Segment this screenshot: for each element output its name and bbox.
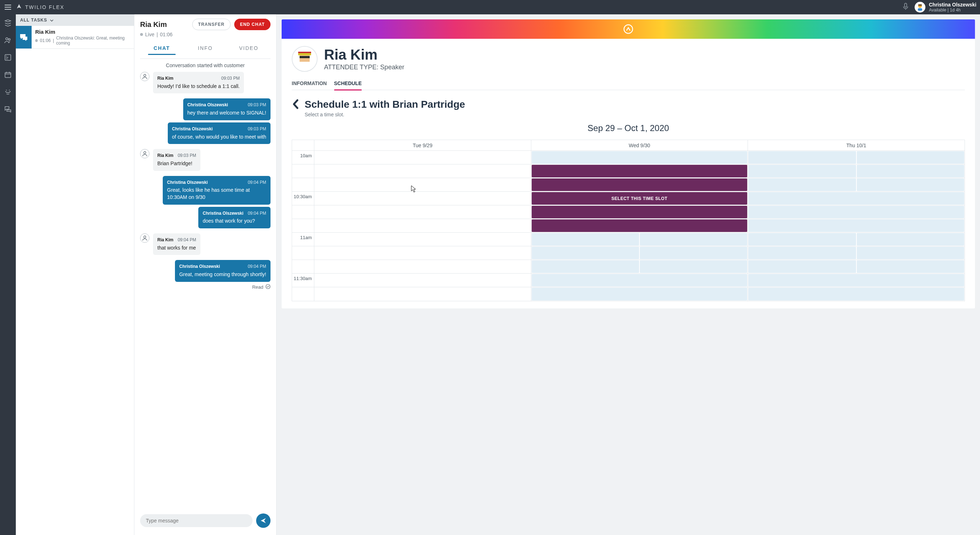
tasks-filter-label: ALL TASKS — [20, 17, 47, 22]
nav-dashboard-icon[interactable] — [3, 53, 12, 62]
transfer-button[interactable]: TRANSFER — [192, 19, 231, 30]
schedule-subtitle: Select a time slot. — [305, 112, 465, 117]
contact-avatar — [292, 46, 318, 72]
time-slot[interactable] — [532, 233, 748, 246]
time-slot[interactable] — [532, 287, 748, 300]
user-name: Christina Olszewski — [929, 2, 977, 8]
nav-people-icon[interactable] — [3, 36, 12, 44]
svg-rect-8 — [5, 73, 11, 78]
tab-chat[interactable]: CHAT — [140, 42, 184, 59]
user-chip[interactable]: Christina Olszewski Available | 1d 4h — [915, 2, 977, 13]
signal-icon — [622, 23, 634, 35]
time-label: 10:30am — [292, 192, 314, 205]
brand: TWILIO FLEX — [16, 3, 64, 11]
ctx-tab-information[interactable]: INFORMATION — [292, 78, 327, 90]
svg-point-11 — [144, 236, 146, 238]
status-dot — [140, 33, 143, 36]
time-slot-busy[interactable] — [532, 219, 748, 232]
task-preview: Christina Olszewski: Great, meeting comi… — [56, 35, 130, 46]
time-slot[interactable] — [532, 274, 748, 287]
brand-label: TWILIO FLEX — [25, 4, 64, 10]
time-label: 10am — [292, 151, 314, 164]
time-slot[interactable] — [532, 247, 748, 259]
user-icon — [140, 233, 150, 243]
chat-icon — [16, 26, 32, 48]
time-slot[interactable] — [748, 274, 964, 287]
mic-icon[interactable] — [902, 3, 909, 11]
svg-rect-4 — [918, 4, 922, 6]
time-label: 11:30am — [292, 274, 314, 287]
user-icon — [140, 72, 150, 81]
day-header: Wed 9/30 — [531, 140, 748, 151]
time-slot[interactable] — [532, 260, 748, 273]
day-header: Tue 9/29 — [314, 140, 531, 151]
tasks-column: ALL TASKS Ria Kim 01:06 | Christina Olsz… — [16, 14, 134, 535]
attendee-type: ATTENDEE TYPE: Speaker — [324, 64, 404, 71]
time-slot[interactable] — [748, 260, 964, 273]
time-slot[interactable] — [748, 287, 964, 300]
chat-column: Ria Kim TRANSFER END CHAT Live | 01:06 C… — [134, 14, 277, 535]
tab-info[interactable]: INFO — [184, 42, 227, 59]
chat-duration: 01:06 — [160, 32, 172, 37]
nav-queues-icon[interactable] — [3, 19, 12, 27]
date-range: Sep 29 – Oct 1, 2020 — [292, 123, 965, 133]
task-item[interactable]: Ria Kim 01:06 | Christina Olszewski: Gre… — [16, 26, 134, 49]
message-in: Ria Kim09:04 PMthat works for me — [140, 233, 270, 255]
brand-icon — [16, 3, 22, 11]
topbar: TWILIO FLEX Christina Olszewski Availabl… — [0, 0, 980, 14]
svg-point-12 — [266, 284, 270, 289]
time-slot[interactable] — [532, 151, 748, 164]
time-slot-busy[interactable] — [532, 206, 748, 218]
ctx-tab-schedule[interactable]: SCHEDULE — [334, 78, 362, 90]
task-title: Ria Kim — [35, 29, 130, 35]
calendar-grid: Tue 9/29 Wed 9/30 Thu 10/1 10am — [292, 140, 965, 301]
chevron-down-icon — [47, 17, 54, 22]
chat-title: Ria Kim — [140, 21, 167, 29]
time-slot[interactable] — [748, 233, 964, 246]
tab-video[interactable]: VIDEO — [227, 42, 270, 59]
tasks-filter[interactable]: ALL TASKS — [16, 14, 134, 26]
messages: Ria Kim09:03 PMHowdy! I'd like to schedu… — [134, 72, 276, 510]
status-dot — [35, 39, 38, 42]
select-time-slot-button[interactable]: SELECT THIS TIME SLOT — [532, 192, 748, 205]
read-receipt: Read — [252, 284, 270, 290]
nav-emoji-icon[interactable] — [3, 87, 12, 96]
svg-point-5 — [6, 38, 8, 40]
svg-rect-17 — [300, 56, 310, 58]
time-slot[interactable] — [748, 219, 964, 232]
composer — [134, 510, 276, 535]
back-button[interactable] — [292, 99, 300, 111]
message-input[interactable] — [140, 514, 253, 527]
time-slot[interactable] — [748, 165, 964, 177]
svg-rect-3 — [918, 8, 922, 11]
time-slot-busy[interactable] — [532, 165, 748, 177]
nav-chats-icon[interactable] — [3, 105, 12, 113]
context-panel: Ria Kim ATTENDEE TYPE: Speaker INFORMATI… — [277, 14, 980, 535]
contact-name: Ria Kim — [324, 47, 404, 63]
time-slot[interactable] — [748, 151, 964, 164]
message-out: Christina Olszewski09:03 PMhey there and… — [140, 98, 270, 144]
message-in: Ria Kim09:03 PMBrian Partridge! — [140, 149, 270, 171]
message-out: Christina Olszewski09:04 PMGreat, looks … — [140, 176, 270, 229]
svg-point-6 — [9, 39, 10, 41]
end-chat-button[interactable]: END CHAT — [234, 19, 270, 30]
nav-rail — [0, 14, 16, 535]
time-slot[interactable] — [748, 178, 964, 191]
svg-rect-15 — [298, 52, 311, 53]
time-slot[interactable] — [748, 247, 964, 259]
menu-button[interactable] — [3, 3, 12, 11]
nav-calendar-icon[interactable] — [3, 70, 12, 79]
send-button[interactable] — [256, 513, 270, 528]
time-label: 11am — [292, 233, 314, 246]
time-slot-busy[interactable] — [532, 178, 748, 191]
context-banner — [282, 19, 975, 39]
time-slot[interactable] — [748, 206, 964, 218]
svg-point-10 — [144, 151, 146, 154]
time-slot[interactable] — [748, 192, 964, 205]
message-in: Ria Kim09:03 PMHowdy! I'd like to schedu… — [140, 72, 270, 94]
svg-rect-18 — [300, 62, 309, 68]
chat-status: Live — [145, 32, 154, 37]
schedule-title: Schedule 1:1 with Brian Partridge — [305, 99, 465, 110]
message-out: Christina Olszewski09:04 PMGreat, meetin… — [140, 260, 270, 281]
day-header: Thu 10/1 — [748, 140, 964, 151]
